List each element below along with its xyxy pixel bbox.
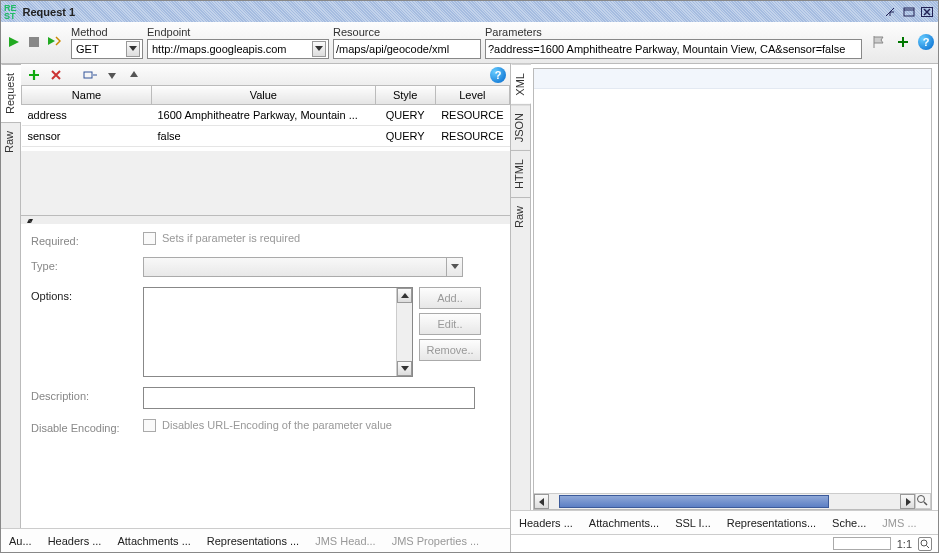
table-row[interactable]: address 1600 Amphitheatre Parkway, Mount… [22, 105, 510, 126]
title-bar: REST Request 1 [1, 1, 938, 22]
required-checkbox[interactable] [143, 232, 156, 245]
maximize-window-icon[interactable] [901, 5, 917, 19]
window-title: Request 1 [23, 6, 76, 18]
status-bar: 1:1 [511, 534, 938, 552]
required-label: Required: [31, 232, 143, 247]
parameters-input[interactable] [485, 39, 862, 59]
right-vertical-tabs: XML JSON HTML Raw [511, 64, 531, 510]
run-icon[interactable] [5, 33, 23, 51]
status-ratio: 1:1 [897, 538, 912, 550]
required-hint: Sets if parameter is required [162, 232, 300, 244]
left-bottom-tabs: Au... Headers ... Attachments ... Repres… [1, 528, 510, 552]
options-listbox[interactable] [143, 287, 413, 377]
run-alt-icon[interactable] [45, 33, 63, 51]
scrollbar-thumb[interactable] [559, 495, 829, 508]
resource-label: Resource [333, 26, 481, 39]
tab-auth[interactable]: Au... [9, 535, 32, 547]
tab-xml[interactable]: XML [511, 64, 531, 104]
chevron-down-icon[interactable] [312, 41, 326, 57]
add-icon[interactable] [894, 33, 912, 51]
tab-jms-properties[interactable]: JMS Properties ... [392, 535, 479, 547]
col-level[interactable]: Level [435, 86, 509, 105]
svg-marker-7 [315, 46, 323, 51]
description-label: Description: [31, 387, 143, 402]
tab-resp-attachments[interactable]: Attachments... [589, 517, 659, 529]
svg-point-18 [921, 540, 927, 546]
splitter-handle[interactable]: ▴▾ [21, 216, 510, 224]
response-body[interactable] [533, 68, 932, 510]
tab-ssl-info[interactable]: SSL I... [675, 517, 711, 529]
tab-json[interactable]: JSON [511, 104, 530, 150]
tab-headers[interactable]: Headers ... [48, 535, 102, 547]
horizontal-scrollbar[interactable] [534, 493, 915, 509]
chevron-down-icon[interactable] [126, 41, 140, 57]
edit-option-button[interactable]: Edit.. [419, 313, 481, 335]
type-combo[interactable] [143, 257, 463, 277]
method-value: GET [74, 42, 126, 56]
col-value[interactable]: Value [152, 86, 376, 105]
method-combo[interactable]: GET [71, 39, 143, 59]
tab-attachments[interactable]: Attachments ... [117, 535, 190, 547]
left-vertical-tabs: Request Raw [1, 64, 21, 528]
help-icon[interactable]: ? [918, 34, 934, 50]
endpoint-combo[interactable]: http://maps.googleapis.com [147, 39, 329, 59]
svg-rect-8 [84, 72, 92, 78]
col-name[interactable]: Name [22, 86, 152, 105]
move-down-icon[interactable] [103, 66, 121, 84]
options-label: Options: [31, 287, 143, 302]
scroll-down-icon[interactable] [397, 361, 412, 376]
request-url-bar: Method GET Endpoint http://maps.googleap… [1, 22, 938, 64]
parameters-label: Parameters [485, 26, 862, 39]
svg-marker-12 [401, 293, 409, 298]
tab-representations[interactable]: Representations ... [207, 535, 299, 547]
svg-marker-6 [129, 46, 137, 51]
scroll-up-icon[interactable] [397, 288, 412, 303]
scroll-right-icon[interactable] [900, 494, 915, 509]
scrollbar[interactable] [396, 288, 412, 376]
tab-resp-representations[interactable]: Representations... [727, 517, 816, 529]
stop-icon[interactable] [25, 33, 43, 51]
disable-encoding-label: Disable Encoding: [31, 419, 143, 434]
svg-marker-3 [9, 37, 19, 47]
add-option-button[interactable]: Add.. [419, 287, 481, 309]
svg-line-17 [924, 502, 927, 505]
table-row[interactable]: sensor false QUERY RESOURCE [22, 126, 510, 147]
help-icon[interactable]: ? [490, 67, 506, 83]
svg-marker-9 [108, 73, 116, 79]
tab-resp-headers[interactable]: Headers ... [519, 517, 573, 529]
status-box [833, 537, 891, 550]
parameters-table[interactable]: Name Value Style Level address 1600 Amph… [21, 86, 510, 151]
description-input[interactable] [143, 387, 475, 409]
scroll-left-icon[interactable] [534, 494, 549, 509]
tab-html[interactable]: HTML [511, 150, 530, 197]
detach-window-icon[interactable] [883, 5, 899, 19]
tab-raw[interactable]: Raw [1, 122, 20, 161]
remove-option-button[interactable]: Remove.. [419, 339, 481, 361]
magnifier-icon[interactable] [915, 493, 931, 509]
magnifier-icon[interactable] [918, 537, 932, 551]
type-label: Type: [31, 257, 143, 272]
resource-input[interactable] [333, 39, 481, 59]
disable-encoding-checkbox[interactable] [143, 419, 156, 432]
move-up-icon[interactable] [125, 66, 143, 84]
import-icon[interactable] [81, 66, 99, 84]
add-param-icon[interactable] [25, 66, 43, 84]
close-window-icon[interactable] [919, 5, 935, 19]
svg-rect-4 [29, 37, 39, 47]
tab-jms-head[interactable]: JMS Head... [315, 535, 376, 547]
svg-line-19 [927, 545, 930, 548]
method-label: Method [71, 26, 143, 39]
delete-param-icon[interactable] [47, 66, 65, 84]
svg-marker-15 [906, 498, 911, 506]
tab-resp-jms[interactable]: JMS ... [882, 517, 916, 529]
tab-request[interactable]: Request [1, 64, 21, 122]
svg-marker-14 [539, 498, 544, 506]
svg-marker-10 [130, 71, 138, 77]
tab-raw-response[interactable]: Raw [511, 197, 530, 236]
tab-schema[interactable]: Sche... [832, 517, 866, 529]
response-hint-bar [534, 69, 931, 89]
rest-badge-icon: REST [4, 4, 17, 20]
col-style[interactable]: Style [375, 86, 435, 105]
chevron-down-icon[interactable] [446, 258, 462, 276]
flag-icon[interactable] [870, 33, 888, 51]
